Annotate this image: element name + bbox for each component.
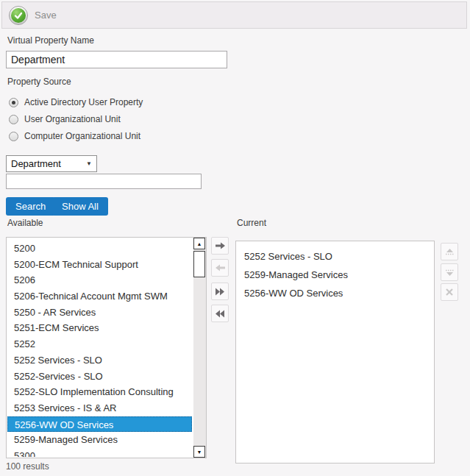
available-list-item[interactable]: 5253 Services - IS & AR <box>7 400 192 416</box>
current-list-item[interactable]: 5259-Managed Services <box>237 266 433 284</box>
radio-label: Computer Organizational Unit <box>24 131 140 141</box>
available-listbox[interactable]: 52005200-ECM Technical Support52065206-T… <box>6 237 207 458</box>
x-icon <box>445 288 454 296</box>
show-all-button[interactable]: Show All <box>52 197 108 216</box>
radio-user-organizational-unit[interactable]: User Organizational Unit <box>9 113 121 125</box>
available-list-item[interactable]: 5206-Technical Account Mgmt SWM <box>7 288 192 305</box>
current-list-item[interactable]: 5252 Services - SLO <box>237 247 433 266</box>
property-select-value: Department <box>11 158 61 169</box>
move-all-left-button[interactable] <box>211 305 229 322</box>
move-all-right-button[interactable] <box>211 283 229 300</box>
current-list-item[interactable]: 5256-WW OD Services <box>237 284 433 302</box>
chevron-down-icon: ▼ <box>86 160 92 167</box>
move-right-button[interactable] <box>211 237 229 255</box>
radio-icon <box>9 98 18 107</box>
remove-button[interactable] <box>441 283 458 301</box>
move-down-button[interactable] <box>441 263 458 281</box>
available-label: Available <box>7 218 43 228</box>
triangle-down-icon <box>444 269 455 277</box>
double-arrow-left-icon <box>215 310 225 318</box>
available-list-items: 52005200-ECM Technical Support52065206-T… <box>7 241 192 457</box>
radio-icon <box>9 115 18 124</box>
current-listbox[interactable]: 5252 Services - SLO5259-Managed Services… <box>235 241 435 463</box>
available-scrollbar[interactable]: ▲ ▼ <box>193 238 206 458</box>
available-list-item[interactable]: 5251-ECM Services <box>7 320 192 336</box>
search-button[interactable]: Search <box>6 197 55 216</box>
results-count: 100 results <box>6 461 49 472</box>
radio-label: User Organizational Unit <box>24 114 121 124</box>
radio-label: Active Directory User Property <box>24 97 143 107</box>
toolbar: Save <box>1 1 467 29</box>
available-list-item[interactable]: 5200-ECM Technical Support <box>7 257 192 273</box>
property-source-label: Property Source <box>7 77 71 87</box>
scrollbar-thumb[interactable] <box>193 251 205 277</box>
current-label: Current <box>237 218 266 228</box>
arrow-left-icon <box>215 263 226 272</box>
available-list-item[interactable]: 5252 Services - SLO <box>7 352 192 369</box>
virtual-property-name-label: Virtual Property Name <box>7 35 94 46</box>
double-arrow-right-icon <box>215 288 225 296</box>
move-left-button[interactable] <box>211 259 229 277</box>
current-list-items: 5252 Services - SLO5259-Managed Services… <box>237 247 433 462</box>
scroll-up-icon[interactable]: ▲ <box>193 238 205 249</box>
radio-icon <box>9 132 18 141</box>
save-button[interactable]: Save <box>9 6 57 25</box>
triangle-up-icon <box>444 248 455 256</box>
available-list-item[interactable]: 5250 - AR Services <box>7 305 192 321</box>
save-button-label: Save <box>35 10 57 21</box>
virtual-property-name-input[interactable] <box>6 51 227 68</box>
radio-active-directory-user-property[interactable]: Active Directory User Property <box>9 96 143 108</box>
property-select[interactable]: Department ▼ <box>6 155 97 172</box>
available-list-item[interactable]: 5200 <box>7 241 192 257</box>
radio-computer-organizational-unit[interactable]: Computer Organizational Unit <box>9 130 140 142</box>
available-list-item[interactable]: 5206 <box>7 272 192 288</box>
arrow-right-icon <box>215 241 226 250</box>
available-list-item[interactable]: 5252-SLO Implementation Consulting <box>7 384 192 400</box>
available-list-item[interactable]: 5259-Managed Services <box>7 432 192 448</box>
available-list-item[interactable]: 5300 <box>7 448 192 457</box>
filter-input[interactable] <box>6 174 202 189</box>
available-list-item[interactable]: 5252-Services - SLO <box>7 369 192 385</box>
save-icon <box>9 6 28 25</box>
available-list-item[interactable]: 5252 <box>7 336 192 352</box>
available-list-item[interactable]: 5256-WW OD Services <box>7 416 192 433</box>
scroll-down-icon[interactable]: ▼ <box>193 446 205 458</box>
move-up-button[interactable] <box>441 243 458 260</box>
